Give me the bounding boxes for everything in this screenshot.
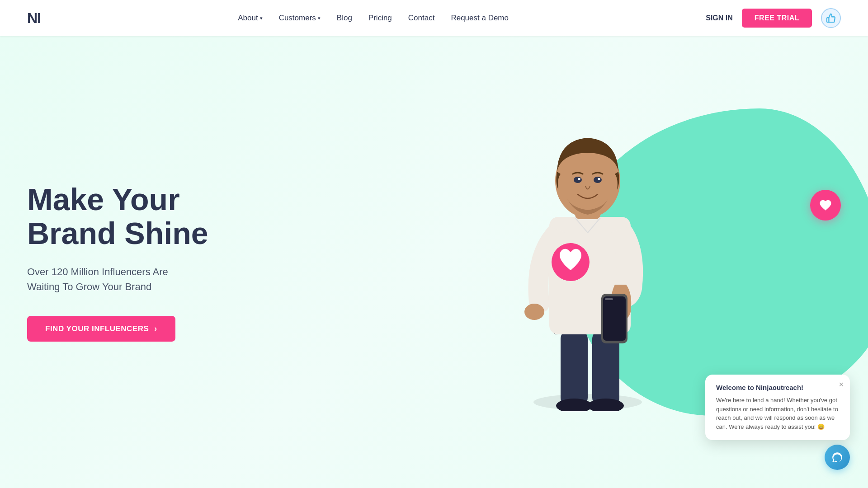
svg-point-14 (594, 177, 602, 183)
svg-rect-9 (603, 296, 626, 341)
svg-point-7 (524, 304, 544, 320)
nav-links: About ▾ Customers ▾ Blog Pricing Contact… (238, 14, 509, 23)
navbar: NI About ▾ Customers ▾ Blog Pricing Cont… (0, 0, 868, 36)
nav-right: SIGN IN FREE TRIAL (706, 8, 841, 28)
sign-in-button[interactable]: SIGN IN (706, 14, 733, 22)
arrow-right-icon: › (154, 324, 157, 333)
svg-point-15 (578, 178, 580, 180)
thumbs-up-icon[interactable] (821, 8, 841, 28)
nav-blog[interactable]: Blog (337, 14, 352, 23)
svg-point-13 (574, 177, 582, 183)
svg-point-16 (598, 178, 600, 180)
chat-bubble: × Welcome to Ninjaoutreach! We're here t… (705, 375, 850, 440)
nav-customers[interactable]: Customers ▾ (279, 14, 321, 23)
hero-subtitle: Over 120 Million Influencers Are Waiting… (27, 264, 244, 294)
logo[interactable]: NI (27, 10, 41, 27)
chat-close-button[interactable]: × (839, 380, 844, 389)
hero-content: Make Your Brand Shine Over 120 Million I… (27, 183, 307, 342)
svg-rect-10 (605, 298, 613, 300)
floating-heart-icon (810, 190, 841, 221)
chat-widget: × Welcome to Ninjaoutreach! We're here t… (705, 375, 850, 470)
hero-person-svg (470, 113, 705, 411)
chat-welcome-title: Welcome to Ninjaoutreach! (716, 384, 839, 391)
chevron-down-icon: ▾ (318, 15, 321, 21)
free-trial-button[interactable]: FREE TRIAL (742, 9, 812, 28)
chat-welcome-body: We're here to lend a hand! Whether you'v… (716, 396, 839, 431)
nav-contact[interactable]: Contact (408, 14, 435, 23)
svg-rect-1 (561, 330, 588, 407)
chevron-down-icon: ▾ (260, 15, 263, 21)
find-influencers-button[interactable]: FIND YOUR INFLUENCERS › (27, 316, 175, 342)
nav-about[interactable]: About ▾ (238, 14, 262, 23)
nav-pricing[interactable]: Pricing (368, 14, 392, 23)
chat-trigger-button[interactable] (825, 445, 850, 470)
hero-title: Make Your Brand Shine (27, 183, 307, 250)
nav-demo[interactable]: Request a Demo (451, 14, 509, 23)
